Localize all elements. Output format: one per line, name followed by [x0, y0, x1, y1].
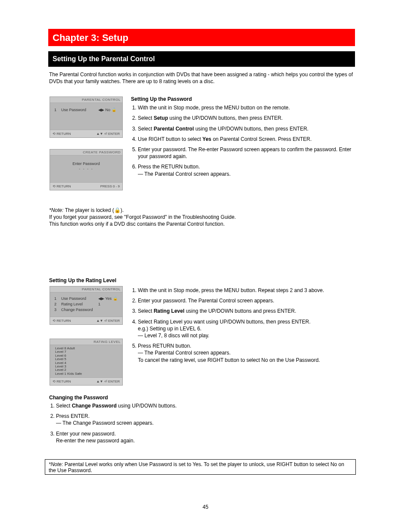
step: Select Parental Control using the UP/DOW… [138, 125, 355, 132]
osd-create-password: CREATE PASSWORD Enter Password - - - - ⟲… [50, 149, 123, 190]
step: Select Rating Level you want using UP/DO… [138, 318, 355, 339]
footer-right: PRESS 0 - 9 [100, 184, 120, 188]
footer-right: ▲▼ ⏎ ENTER [97, 380, 120, 383]
step: With the unit in Stop mode, press the ME… [138, 104, 355, 111]
step: Enter your new password. Re-enter the ne… [56, 430, 353, 444]
row-value: ◀▶ No 🔓 [98, 108, 118, 112]
rating-item: Level 1 Kids Safe [55, 372, 117, 376]
section-header: Setting Up the Parental Control [48, 51, 355, 67]
subheading-change-password: Changing the Password [49, 395, 108, 401]
footer-right: ▲▼ ⏎ ENTER [97, 132, 120, 136]
rating-level-block: With the unit in Stop mode, press the ME… [131, 287, 355, 367]
step: Enter your password. The Parental Contro… [138, 297, 355, 304]
chapter-header: Chapter 3: Setup [48, 29, 355, 46]
footer-left: ⟲ RETURN [53, 319, 71, 323]
step: Enter your password. The Re-enter Passwo… [138, 146, 355, 160]
note-paragraph: *Note: The player is locked (🔒). If you … [49, 207, 353, 249]
osd-title: PARENTAL CONTROL [50, 97, 122, 103]
step: Select Rating Level using the UP/DOWN bu… [138, 308, 355, 314]
osd-parental-control-no: PARENTAL CONTROL 1 Use Password ◀▶ No 🔓 … [50, 96, 123, 138]
osd-parental-control-yes: PARENTAL CONTROL 1Use Password◀▶ Yes 🔒 2… [50, 286, 123, 325]
step: With the unit in Stop mode, press the ME… [138, 287, 355, 294]
change-password-block: Select Change Password using UP/DOWN but… [49, 402, 353, 448]
chapter-title: Chapter 3: Setup [48, 29, 355, 47]
note-box: *Note: Parental Level works only when Us… [45, 459, 356, 475]
subheading-rating-level: Setting Up the Rating Level [49, 277, 116, 283]
osd-rating-level: RATING LEVEL Level 8 Adult Level 7 Level… [50, 339, 123, 386]
subheading-password: Setting Up the Password [131, 96, 355, 103]
password-dashes: - - - - [54, 167, 118, 171]
step: Press the RETURN button. — The Parental … [138, 163, 355, 177]
step: Press ENTER. — The Change Password scree… [56, 413, 353, 426]
lead-paragraph: The Parental Control function works in c… [49, 71, 353, 85]
section-title: Setting Up the Parental Control [48, 51, 355, 67]
step: Select Change Password using UP/DOWN but… [56, 402, 353, 409]
page-number: 45 [0, 504, 411, 510]
setup-password-block: Setting Up the Password With the unit in… [131, 96, 355, 181]
footer-left: ⟲ RETURN [53, 132, 71, 136]
row-label: Use Password [61, 108, 96, 112]
step: Press RETURN button. — The Parental Cont… [138, 342, 355, 364]
row-num: 1 [54, 108, 59, 112]
enter-password-label: Enter Password [54, 162, 118, 166]
osd-row: 1 Use Password ◀▶ No 🔓 [54, 108, 118, 112]
step: Use RIGHT button to select Yes on Parent… [138, 136, 355, 143]
osd-title: PARENTAL CONTROL [50, 286, 122, 292]
step: Select Setup using the UP/DOWN buttons, … [138, 115, 355, 121]
footer-right: ▲▼ ⏎ ENTER [97, 319, 120, 323]
osd-title: CREATE PASSWORD [50, 149, 122, 156]
osd-title: RATING LEVEL [50, 339, 122, 345]
footer-left: ⟲ RETURN [53, 184, 71, 188]
footer-left: ⟲ RETURN [53, 380, 71, 383]
